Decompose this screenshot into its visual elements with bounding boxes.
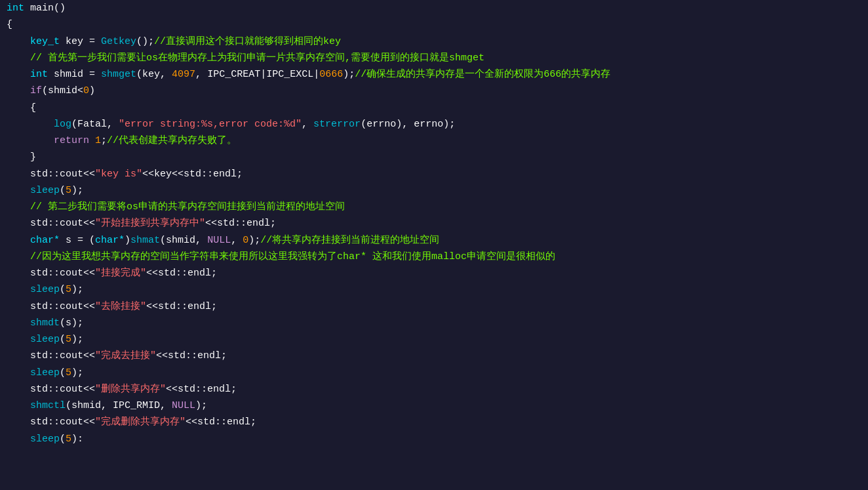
- code-line-19: std::cout<<"去除挂接"<<std::endl;: [0, 298, 868, 315]
- code-line-16: //因为这里我想共享内存的空间当作字符串来使用所以这里我强转为了char* 这和…: [0, 249, 868, 265]
- code-line-3: key_t key = Getkey();//直接调用这个接口就能够得到相同的k…: [0, 33, 868, 50]
- code-line-6: if(shmid<0): [0, 83, 868, 99]
- code-line-23: sleep(5);: [0, 365, 868, 381]
- code-line-14: std::cout<<"开始挂接到共享内存中"<<std::endl;: [0, 215, 868, 232]
- code-line-4: // 首先第一步我们需要让os在物理内存上为我们申请一片共享内存空间,需要使用到…: [0, 50, 868, 66]
- code-line-15: char* s = (char*)shmat(shmid, NULL, 0);/…: [0, 232, 868, 249]
- code-line-7: {: [0, 100, 868, 116]
- code-line-2: {: [0, 16, 868, 33]
- code-line-12: sleep(5);: [0, 182, 868, 199]
- code-line-1: int main(): [0, 0, 868, 16]
- code-line-26: std::cout<<"完成删除共享内存"<<std::endl;: [0, 414, 868, 430]
- code-line-17: std::cout<<"挂接完成"<<std::endl;: [0, 265, 868, 281]
- code-line-8: log(Fatal, "error string:%s,error code:%…: [0, 116, 868, 133]
- code-line-10: }: [0, 149, 868, 165]
- code-line-22: std::cout<<"完成去挂接"<<std::endl;: [0, 348, 868, 364]
- code-line-9: return 1;//代表创建共享内存失败了。: [0, 133, 868, 149]
- code-line-20: shmdt(s);: [0, 315, 868, 331]
- code-line-24: std::cout<<"删除共享内存"<<std::endl;: [0, 381, 868, 398]
- code-line-25: shmctl(shmid, IPC_RMID, NULL);: [0, 398, 868, 414]
- code-line-11: std::cout<<"key is"<<key<<std::endl;: [0, 166, 868, 182]
- code-line-27: sleep(5):: [0, 431, 868, 447]
- code-line-13: // 第二步我们需要将os申请的共享内存空间挂接到当前进程的地址空间: [0, 199, 868, 215]
- code-editor: int main() { key_t key = Getkey();//直接调用…: [0, 0, 868, 490]
- code-line-21: sleep(5);: [0, 331, 868, 348]
- code-line-5: int shmid = shmget(key, 4097, IPC_CREAT|…: [0, 66, 868, 83]
- code-line-18: sleep(5);: [0, 281, 868, 298]
